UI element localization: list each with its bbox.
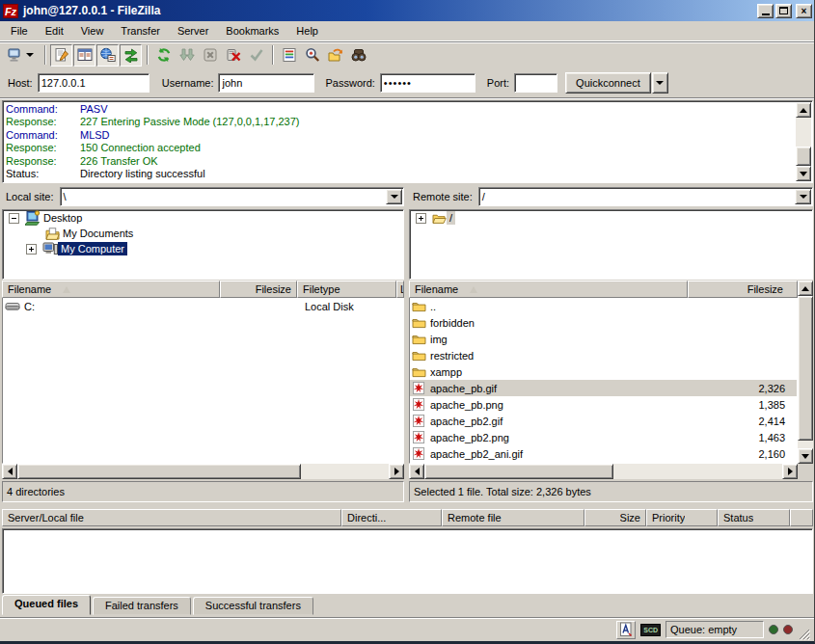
- menu-transfer[interactable]: Transfer: [112, 22, 169, 40]
- disconnect-button[interactable]: [222, 44, 244, 67]
- file-row[interactable]: apache_pb2_ani.gif2,160: [410, 445, 797, 462]
- quickconnect-bar: Host: Username: Password: Port: Quickcon…: [0, 67, 815, 98]
- message-log[interactable]: Command:PASV Response:227 Entering Passi…: [2, 100, 813, 183]
- file-row[interactable]: forbidden: [410, 314, 797, 331]
- refresh-button[interactable]: [152, 44, 175, 67]
- remote-hscrollbar[interactable]: [409, 464, 798, 479]
- scroll-left-button[interactable]: [409, 464, 424, 479]
- remote-site-combo[interactable]: /: [478, 187, 813, 206]
- remote-file-list[interactable]: .. forbidden img restricted xampp apache…: [409, 298, 798, 464]
- quickconnect-button[interactable]: Quickconnect: [565, 72, 651, 94]
- password-input[interactable]: [380, 73, 475, 93]
- file-search-button[interactable]: [301, 44, 323, 67]
- remote-site-dropdown-button[interactable]: [795, 189, 811, 204]
- local-site-dropdown-button[interactable]: [386, 189, 402, 204]
- close-button[interactable]: ×: [796, 4, 812, 18]
- tree-item-desktop[interactable]: Desktop: [3, 210, 403, 226]
- column-remote-file[interactable]: Remote file: [442, 509, 584, 526]
- menu-server[interactable]: Server: [169, 22, 217, 40]
- column-filesize[interactable]: Filesize: [688, 281, 798, 298]
- tree-item-my-documents[interactable]: My Documents: [3, 226, 403, 241]
- image-file-icon: [412, 415, 426, 427]
- file-row[interactable]: apache_pb2.gif2,414: [410, 413, 797, 429]
- reconnect-icon: [249, 47, 264, 63]
- tab-queued-files[interactable]: Queued files: [2, 595, 91, 615]
- username-input[interactable]: [218, 73, 314, 93]
- resize-grip[interactable]: [798, 628, 811, 641]
- menu-help[interactable]: Help: [287, 22, 327, 40]
- remote-vscrollbar[interactable]: [798, 281, 813, 464]
- column-filename[interactable]: Filename: [2, 281, 220, 298]
- synchronized-browsing-button[interactable]: [324, 44, 346, 67]
- collapse-icon[interactable]: [9, 213, 19, 224]
- file-row[interactable]: restricted: [410, 347, 797, 363]
- menu-file[interactable]: File: [2, 22, 37, 40]
- toggle-transfer-queue-button[interactable]: [120, 44, 142, 67]
- column-filesize[interactable]: Filesize: [220, 281, 297, 298]
- queue-list[interactable]: [2, 528, 813, 594]
- scroll-left-button[interactable]: [2, 464, 17, 479]
- log-line: Response:150 Connection accepted: [6, 142, 795, 154]
- scroll-down-button[interactable]: [798, 448, 813, 464]
- scroll-right-button[interactable]: [782, 464, 798, 479]
- menu-edit[interactable]: Edit: [37, 22, 72, 40]
- tree-item-root[interactable]: /: [410, 210, 812, 226]
- quickconnect-dropdown-button[interactable]: [652, 72, 668, 94]
- ascii-data-type-indicator[interactable]: [616, 621, 636, 639]
- minimize-button[interactable]: [757, 4, 774, 18]
- scroll-up-button[interactable]: [798, 281, 813, 296]
- maximize-button[interactable]: [775, 4, 792, 18]
- ascii-data-type-icon: [618, 622, 634, 637]
- column-status[interactable]: Status: [718, 509, 790, 526]
- site-manager-button[interactable]: [4, 44, 40, 67]
- tab-failed-transfers[interactable]: Failed transfers: [93, 597, 191, 615]
- column-last-modified[interactable]: L: [396, 281, 404, 298]
- password-label: Password:: [325, 77, 374, 89]
- scroll-up-button[interactable]: [796, 102, 811, 118]
- file-row[interactable]: img: [410, 331, 797, 347]
- log-lines: Command:PASV Response:227 Entering Passi…: [6, 103, 795, 180]
- column-filetype[interactable]: Filetype: [297, 281, 396, 298]
- host-label: Host:: [8, 77, 33, 89]
- column-direction[interactable]: Directi...: [341, 509, 442, 526]
- toggle-message-log-button[interactable]: [50, 44, 72, 67]
- file-row[interactable]: ..: [410, 298, 797, 314]
- column-server-local-file[interactable]: Server/Local file: [2, 509, 341, 526]
- port-input[interactable]: [514, 73, 557, 93]
- toggle-remote-tree-button[interactable]: [96, 44, 119, 67]
- local-hscrollbar[interactable]: [2, 464, 404, 479]
- file-row[interactable]: apache_pb.png1,385: [410, 396, 797, 413]
- toggle-local-tree-button[interactable]: [73, 44, 95, 67]
- file-row[interactable]: xampp: [410, 363, 797, 380]
- file-row[interactable]: C: Local Disk: [3, 298, 403, 314]
- tab-successful-transfers[interactable]: Successful transfers: [193, 597, 313, 615]
- directory-filters-button[interactable]: [278, 44, 300, 67]
- column-size[interactable]: Size: [584, 509, 646, 526]
- menu-bookmarks[interactable]: Bookmarks: [217, 22, 287, 40]
- scroll-down-button[interactable]: [796, 166, 811, 181]
- column-filename[interactable]: Filename: [409, 281, 688, 298]
- find-files-button[interactable]: [347, 44, 369, 67]
- menu-view[interactable]: View: [72, 22, 113, 40]
- file-row-selected[interactable]: apache_pb.gif2,326: [410, 380, 797, 396]
- process-queue-button[interactable]: [176, 44, 198, 67]
- local-site-combo[interactable]: \: [60, 187, 404, 206]
- local-directory-tree[interactable]: Desktop My Documents My Computer: [2, 209, 404, 280]
- scrollbar-thumb[interactable]: [798, 296, 813, 441]
- scrollbar-thumb[interactable]: [424, 464, 613, 479]
- title-bar[interactable]: Fz john@127.0.0.1 - FileZilla ×: [0, 0, 815, 21]
- expand-icon[interactable]: [416, 213, 426, 224]
- host-input[interactable]: [38, 73, 149, 93]
- expand-icon[interactable]: [26, 244, 37, 255]
- reconnect-button[interactable]: [245, 44, 267, 67]
- file-row[interactable]: apache_pb2.png1,463: [410, 429, 797, 445]
- scroll-right-button[interactable]: [389, 464, 404, 479]
- cancel-operation-button[interactable]: [199, 44, 221, 67]
- scrollbar-thumb[interactable]: [796, 147, 811, 166]
- local-file-list[interactable]: C: Local Disk: [2, 298, 404, 464]
- column-priority[interactable]: Priority: [646, 509, 718, 526]
- tree-item-my-computer[interactable]: My Computer: [3, 241, 403, 256]
- log-scrollbar[interactable]: [796, 102, 811, 181]
- remote-directory-tree[interactable]: /: [409, 209, 813, 280]
- scrollbar-thumb[interactable]: [17, 464, 301, 479]
